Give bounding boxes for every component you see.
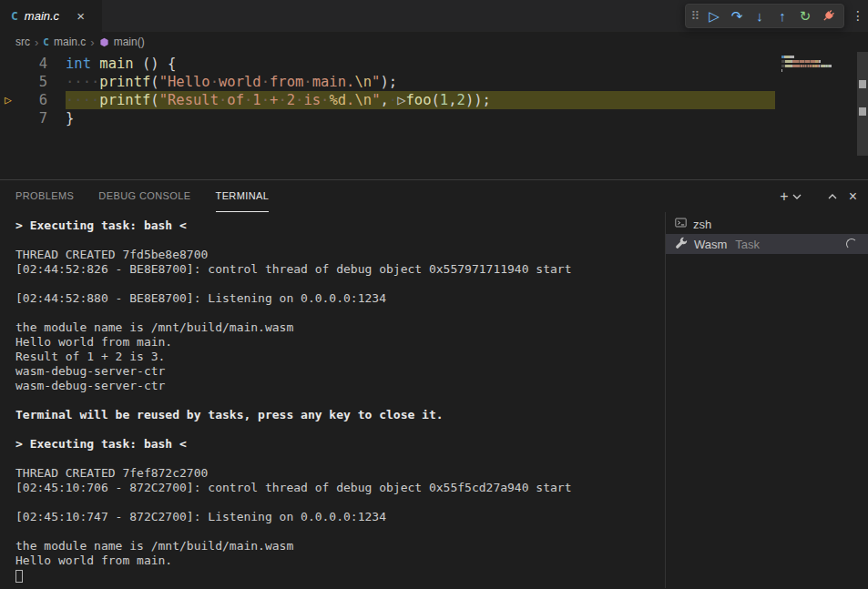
code-token: ()	[134, 56, 168, 72]
code-token: of	[227, 92, 244, 108]
code-token: (	[150, 74, 158, 90]
c-file-icon: C	[43, 36, 49, 48]
debug-current-line-arrow-icon[interactable]: ▷	[0, 91, 16, 109]
line-number: 4	[16, 55, 47, 73]
terminal-item-wasm-task[interactable]: Wasm Task	[666, 234, 868, 254]
code-token: ·	[261, 92, 270, 108]
maximize-panel-button[interactable]	[828, 193, 837, 200]
chevron-right-icon: ›	[90, 36, 94, 49]
chevron-right-icon: ›	[35, 36, 38, 49]
code-line[interactable]: 4int main () {	[0, 55, 868, 73]
terminal-cursor[interactable]	[15, 570, 23, 583]
code-token: world	[219, 74, 261, 90]
code-token: from	[270, 74, 303, 90]
code-token: "Hello	[159, 74, 210, 90]
terminal-line: [02:44:52:826 - BE8E8700]: control threa…	[15, 262, 665, 277]
minimap-segment	[785, 65, 791, 67]
terminal-line	[15, 306, 665, 320]
overview-ruler-mark	[859, 80, 866, 88]
tab-main-c[interactable]: C main.c ×	[0, 0, 102, 32]
code-token: %d	[329, 92, 346, 108]
breakpoint-gutter[interactable]	[0, 109, 16, 127]
code-token: ·	[261, 74, 270, 90]
minimap-line	[781, 69, 854, 72]
tab-debug-console[interactable]: DEBUG CONSOLE	[98, 180, 190, 212]
continue-button[interactable]: ▷	[703, 5, 725, 27]
tab-problems[interactable]: PROBLEMS	[15, 180, 74, 212]
code-line[interactable]: 5····printf("Hello·world·from·main.\n");	[0, 73, 868, 91]
debug-toolbar: ⠿ ▷ ↷ ↓ ↑ ↻	[685, 4, 844, 28]
code-token: ·	[278, 92, 286, 108]
terminal-line: the module name is /mnt/build/main.wasm	[15, 539, 665, 553]
step-into-button[interactable]: ↓	[749, 5, 771, 27]
loading-spinner-icon	[846, 239, 857, 249]
line-number: 7	[16, 109, 47, 127]
code-editor[interactable]: 4int main () {5····printf("Hello·world·f…	[0, 52, 868, 178]
tab-terminal[interactable]: TERMINAL	[216, 180, 270, 212]
new-terminal-button[interactable]: +	[780, 188, 788, 205]
breakpoint-gutter[interactable]	[0, 55, 16, 73]
code-token: ·	[219, 92, 227, 108]
code-token: ····	[66, 92, 99, 108]
code-token: \n	[354, 74, 372, 90]
tab-bar: C main.c × ⠿ ▷ ↷ ↓ ↑ ↻ ⋮	[0, 0, 868, 32]
code-token: ));	[465, 92, 491, 108]
c-file-icon: C	[11, 9, 18, 23]
code-token: main.	[312, 74, 355, 90]
terminal-line: Terminal will be reused by tasks, press …	[15, 408, 665, 422]
tab-label: main.c	[25, 9, 59, 23]
terminal-output[interactable]: > Executing task: bash <THREAD CREATED 7…	[0, 212, 665, 588]
close-panel-button[interactable]: ×	[849, 188, 857, 205]
drag-handle-icon[interactable]: ⠿	[690, 9, 700, 23]
code-token: is	[303, 92, 321, 108]
minimap-line	[781, 65, 854, 67]
editor-scrollbar[interactable]	[857, 52, 868, 156]
code-line-content[interactable]: int main () {	[66, 55, 775, 73]
breadcrumb-folder[interactable]: src	[15, 36, 30, 48]
step-out-button[interactable]: ↑	[771, 5, 793, 27]
code-token: {	[168, 56, 176, 72]
terminal-item-label: Wasm	[694, 238, 727, 251]
terminal-icon	[675, 217, 687, 231]
code-token: ▷	[397, 92, 405, 108]
terminal-line: wasm-debug-server-ctr	[15, 379, 665, 393]
terminal-line	[15, 452, 665, 466]
step-over-button[interactable]: ↷	[726, 5, 748, 27]
terminal-item-zsh[interactable]: zsh	[666, 214, 868, 234]
breadcrumb-symbol[interactable]: main()	[114, 36, 145, 48]
terminal-line: wasm-debug-server-ctr	[15, 364, 665, 379]
line-number: 5	[16, 73, 47, 91]
code-token: 1	[440, 92, 448, 108]
code-token: 2	[457, 92, 465, 108]
code-line-content[interactable]: ····printf("Result·of·1·+·2·is·%d.\n",·▷…	[66, 91, 775, 109]
code-token: \n	[354, 92, 372, 108]
code-line-content[interactable]: ····printf("Hello·world·from·main.\n");	[66, 73, 775, 91]
terminal-item-description: Task	[735, 238, 760, 251]
breadcrumb-file[interactable]: main.c	[54, 36, 86, 48]
panel-body: > Executing task: bash <THREAD CREATED 7…	[0, 212, 868, 588]
code-line[interactable]: ▷6····printf("Result·of·1·+·2·is·%d.\n",…	[0, 91, 868, 109]
code-line-content[interactable]: }	[66, 109, 775, 127]
overview-ruler-mark	[859, 107, 866, 116]
minimap-segment	[792, 60, 799, 63]
minimap-line	[781, 56, 854, 58]
code-token: (	[432, 92, 440, 108]
breakpoint-gutter[interactable]	[0, 73, 16, 91]
panel-header: PROBLEMS DEBUG CONSOLE TERMINAL + ×	[0, 180, 868, 212]
code-token: ·	[244, 92, 252, 108]
minimap-segment	[829, 65, 832, 67]
restart-button[interactable]: ↻	[794, 5, 816, 27]
minimap[interactable]	[779, 54, 857, 177]
code-token: printf	[99, 92, 150, 108]
code-line[interactable]: 7}	[0, 109, 868, 127]
code-token: 1	[252, 92, 260, 108]
code-token: ·	[210, 74, 219, 90]
minimap-segment	[792, 65, 800, 67]
close-icon[interactable]: ×	[77, 8, 85, 24]
more-actions-icon[interactable]: ⋮	[852, 8, 864, 23]
terminal-line: THREAD CREATED 7fef872c2700	[15, 466, 665, 481]
code-token: (	[150, 92, 158, 108]
code-token: ·	[303, 74, 311, 90]
terminal-dropdown-button[interactable]	[792, 193, 802, 200]
disconnect-button[interactable]	[817, 5, 839, 27]
